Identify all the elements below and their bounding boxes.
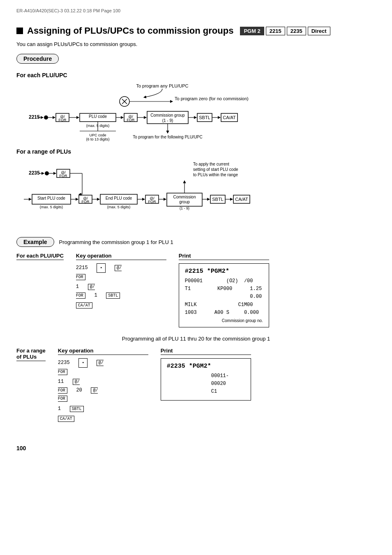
page-number: 100 [16,445,26,451]
range-label-1: For a range [16,348,46,354]
example2-description: Programming all of PLU 11 thru 20 for th… [16,336,376,342]
range-key-line-4: CA/AT [58,415,148,423]
svg-text:To program for the following P: To program for the following PLU/UPC [133,135,203,139]
svg-text:(1 - 9): (1 - 9) [180,206,189,210]
svg-text:2215: 2215 [29,114,40,120]
caat-node: CA/AT [76,302,92,309]
range-col-key-op: Key operation 2235 • @/FOR 11 @/FOR 20 @… [58,348,148,423]
commission-note-text: Commission group no. [222,318,263,323]
range-key-op-content: 2235 • @/FOR 11 @/FOR 20 @/FOR 1 SBTL CA… [58,358,148,423]
print-header-label: Print [179,253,269,260]
range-dot-node: • [78,358,88,368]
svg-text:(max. 5 digits): (max. 5 digits) [40,205,63,209]
meta-text: ER-A410/A420(SEC)-3 03.12.22 0:18 PM Pag… [16,8,376,13]
key-op-line-2: 1 @/FOR 1 SBTL [76,283,166,299]
range-label-2: of PLUs [16,354,37,360]
footer-area: 100 [16,431,376,456]
col-each-label: For each PLU/UPC [16,253,64,260]
print-row-1: P00001 (O2) /00 [185,277,263,285]
print-row-3: 0.00 [185,293,263,301]
svg-point-39 [45,171,49,175]
range-print-header-label: Print [161,348,251,355]
range-plu-diagram: 2235 @/ FOR To apply the current setting… [16,158,376,231]
svg-text:UPC code: UPC code [89,133,106,137]
subtitle-text: You can assign PLUs/UPCs to commission g… [16,41,376,47]
range-plu-svg: 2235 @/ FOR To apply the current setting… [16,158,345,230]
svg-text:FOR: FOR [148,200,156,204]
title-square-icon [16,28,23,34]
example-section-header: Example Programming the commission group… [16,237,376,247]
print-row-2: T1 KP000 1.25 [185,285,263,293]
svg-text:CA/AT: CA/AT [223,115,236,120]
svg-text:To apply the current: To apply the current [193,162,229,166]
range-label: For a range of PLUs [16,348,46,361]
svg-text:setting of start PLU code: setting of start PLU code [193,167,238,172]
svg-point-8 [44,115,48,120]
procedure-label: Procedure [16,54,59,64]
svg-text:group: group [179,200,190,204]
svg-text:FOR: FOR [127,118,135,122]
key-op-content: 2215 • @/FOR 1 @/FOR 1 SBTL CA/AT [76,263,166,310]
example-range-section: For a range of PLUs Key operation 2235 •… [16,348,376,423]
range-col-print: Print #2235 *PGM2* 00011- 00020 C1 [161,348,251,423]
svg-text:(max. 5 digits): (max. 5 digits) [107,205,131,209]
example-col-print: Print #2215 *PGM2* P00001 (O2) /00 T1 KP… [179,253,269,327]
svg-text:Commission group: Commission group [150,113,185,117]
badge-pgm2: PGM 2 [240,27,264,35]
example-each-plu-section: For each PLU/UPC Key operation 2215 • @/… [16,253,376,327]
svg-text:Start PLU code: Start PLU code [37,196,65,200]
print-data-rows: P00001 (O2) /00 T1 KP000 1.25 0.00 MILK … [185,277,263,317]
commission-note-area: Commission group no. [185,318,263,323]
page-title: Assigning of PLUs/UPCs to commission gro… [27,25,233,36]
range-key-line-3: 1 SBTL [58,405,148,413]
svg-text:Commission: Commission [173,195,196,199]
range-sbtl-node: SBTL [70,406,84,412]
print-box-1: #2215 *PGM2* P00001 (O2) /00 T1 KP000 1.… [179,263,269,327]
svg-text:SBTL: SBTL [212,197,224,202]
sbtl-node: SBTL [106,292,120,299]
example-col-label: For each PLU/UPC [16,253,64,327]
example-col-key-op: Key operation 2215 • @/FOR 1 @/FOR 1 SBT… [76,253,166,327]
page-header: ER-A410/A420(SEC)-3 03.12.22 0:18 PM Pag… [16,8,376,13]
svg-text:2235: 2235 [29,170,40,176]
range-print-row-1: 00011- [167,372,245,380]
svg-text:to PLUs within the range: to PLUs within the range [193,173,238,177]
key-op-header: Key operation [76,253,166,260]
range-key-line-2: 11 @/FOR 20 @/FOR [58,378,148,403]
svg-text:To program zero (for no commis: To program zero (for no commission) [175,96,249,101]
range-print-row-2: 00020 [167,380,245,388]
for-node-2: @/FOR [76,284,95,298]
range-for-node-2: @/FOR [58,379,80,393]
svg-text:End PLU code: End PLU code [106,196,132,200]
svg-text:SBTL: SBTL [199,115,210,120]
badge-2215: 2215 [266,27,285,35]
print-row-4: MILK C1M00 [185,301,263,309]
svg-text:FOR: FOR [82,200,90,204]
range-print-rows: 00011- 00020 C1 [167,372,245,396]
plu-upc-diagram: To program any PLU/UPC To program zero (… [16,82,376,143]
range-print-pgm: #2235 *PGM2* [167,363,245,370]
section1-title: For each PLU/UPC [16,72,376,78]
key-op-line-1: 2215 • @/FOR [76,263,166,281]
range-caat-node: CA/AT [58,416,74,422]
svg-text:(6 to 13 digits): (6 to 13 digits) [86,137,109,141]
svg-text:FOR: FOR [59,118,67,122]
badge-direct: Direct [308,27,330,35]
section-header: Assigning of PLUs/UPCs to commission gro… [16,25,376,36]
range-key-op-header: Key operation [58,348,148,355]
print-box-2: #2235 *PGM2* 00011- 00020 C1 [161,358,251,401]
print-row-5: 1003 A00 S 0.000 [185,309,263,317]
range-key-line-1: 2235 • @/FOR [58,358,148,376]
plu-upc-svg: To program any PLU/UPC To program zero (… [16,82,370,141]
svg-text:To program any PLU/UPC: To program any PLU/UPC [136,83,188,88]
example-description: Programming the commission group 1 for P… [59,239,173,245]
section2-title: For a range of PLUs [16,148,376,155]
badge-2235: 2235 [287,27,306,35]
range-print-row-3: C1 [167,388,245,396]
example-label: Example [16,237,54,247]
print-pgm-header: #2215 *PGM2* [185,268,263,275]
svg-text:FOR: FOR [60,174,67,178]
svg-text:PLU code: PLU code [89,114,107,119]
range-col-label: For a range of PLUs [16,348,46,423]
svg-text:CA/AT: CA/AT [235,197,248,202]
